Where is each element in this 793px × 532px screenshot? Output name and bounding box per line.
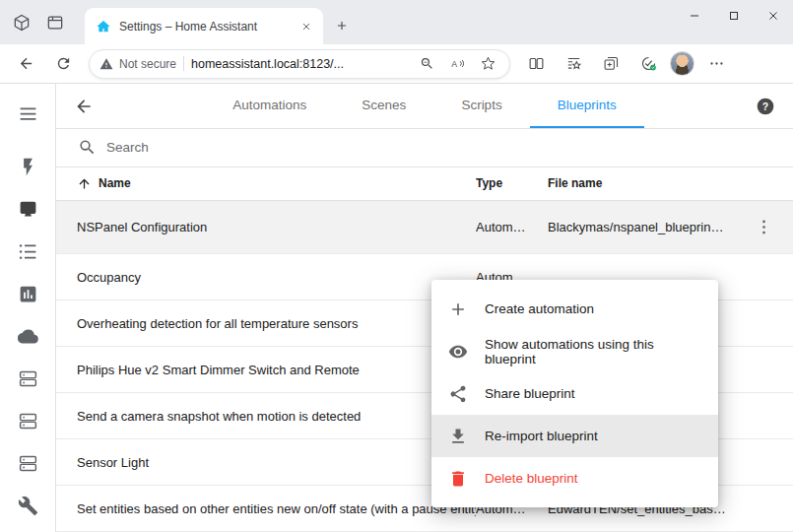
url-text: homeassistant.local:8123/...: [191, 57, 408, 71]
address-bar[interactable]: Not secure homeassistant.local:8123/... …: [89, 49, 510, 79]
tab-scripts[interactable]: Scripts: [433, 84, 529, 128]
security-chip[interactable]: Not secure: [99, 57, 176, 71]
row-overflow-icon[interactable]: [748, 211, 781, 244]
new-tab-icon[interactable]: [329, 13, 355, 38]
header-file[interactable]: File name: [548, 176, 735, 190]
zoom-out-icon[interactable]: [415, 52, 438, 76]
security-label: Not secure: [119, 57, 176, 71]
eye-icon: [448, 342, 468, 362]
warning-icon: [99, 57, 113, 71]
plus-icon: [448, 299, 468, 319]
server-icon[interactable]: [5, 442, 50, 485]
cloud-icon[interactable]: [5, 315, 50, 358]
server-icon[interactable]: [5, 400, 50, 442]
server-icon[interactable]: [5, 358, 50, 400]
search-bar: [56, 129, 793, 167]
tools-icon[interactable]: [5, 485, 50, 527]
tab-automations[interactable]: Automations: [205, 84, 334, 128]
menu-item-reimport-blueprint[interactable]: Re-import blueprint: [431, 415, 718, 457]
energy-icon[interactable]: [5, 146, 50, 188]
logbook-icon[interactable]: [5, 231, 50, 273]
tab-blueprints[interactable]: Blueprints: [530, 84, 644, 128]
minimize-icon[interactable]: [675, 0, 714, 32]
collections-icon[interactable]: [595, 48, 627, 80]
browser-tab[interactable]: Settings – Home Assistant: [85, 8, 323, 44]
header-name[interactable]: Name: [56, 176, 476, 191]
browser-titlebar: Settings – Home Assistant: [0, 0, 793, 44]
tab-actions-icon[interactable]: [45, 13, 65, 33]
home-assistant-app: Automations Scenes Scripts Blueprints ? …: [0, 84, 793, 532]
menu-item-create-automation[interactable]: Create automation: [431, 288, 718, 330]
more-menu-icon[interactable]: [700, 48, 732, 80]
favorite-star-icon[interactable]: [476, 52, 499, 76]
refresh-icon[interactable]: [47, 48, 79, 80]
delete-icon: [448, 469, 468, 489]
tab-close-icon[interactable]: [296, 16, 317, 37]
search-icon: [78, 138, 97, 157]
history-icon[interactable]: [5, 273, 50, 315]
maximize-icon[interactable]: [714, 0, 754, 32]
download-icon: [448, 427, 468, 446]
svg-text:?: ?: [762, 100, 768, 111]
share-icon: [448, 384, 468, 404]
menu-item-show-automations[interactable]: Show automations using this blueprint: [431, 330, 718, 372]
close-window-icon[interactable]: [754, 0, 793, 32]
window-controls: [675, 0, 793, 32]
ha-sidebar: [0, 84, 56, 532]
address-divider: [183, 56, 184, 71]
menu-item-delete-blueprint[interactable]: Delete blueprint: [431, 457, 718, 499]
table-header: Name Type File name: [56, 167, 793, 201]
split-screen-icon[interactable]: [520, 48, 552, 80]
help-icon[interactable]: ?: [738, 84, 793, 129]
menu-item-share-blueprint[interactable]: Share blueprint: [431, 372, 718, 415]
ha-tab-bar: Automations Scenes Scripts Blueprints: [111, 84, 738, 128]
tab-scenes[interactable]: Scenes: [334, 84, 433, 128]
ha-header: Automations Scenes Scripts Blueprints ?: [56, 84, 793, 129]
sort-arrow-icon: [77, 176, 92, 191]
ha-main: Automations Scenes Scripts Blueprints ? …: [56, 84, 793, 532]
svg-text:A: A: [451, 59, 457, 69]
favorites-icon[interactable]: [558, 48, 589, 80]
read-aloud-icon[interactable]: A: [445, 52, 469, 76]
menu-icon[interactable]: [5, 93, 50, 135]
profile-avatar[interactable]: [670, 51, 694, 76]
media-icon[interactable]: [5, 188, 50, 231]
search-input[interactable]: [106, 140, 777, 155]
header-type[interactable]: Type: [476, 176, 548, 190]
back-icon[interactable]: [10, 48, 41, 80]
table-row[interactable]: NSPanel Configuration Autom… Blackymas/n…: [56, 201, 793, 254]
workspaces-cube-icon[interactable]: [12, 13, 32, 33]
ha-back-icon[interactable]: [56, 84, 111, 129]
home-assistant-favicon: [96, 19, 111, 34]
browser-navbar: Not secure homeassistant.local:8123/... …: [0, 44, 793, 84]
row-context-menu: Create automation Show automations using…: [431, 280, 718, 507]
browser-essentials-icon[interactable]: [632, 48, 664, 80]
tab-title: Settings – Home Assistant: [119, 20, 288, 33]
